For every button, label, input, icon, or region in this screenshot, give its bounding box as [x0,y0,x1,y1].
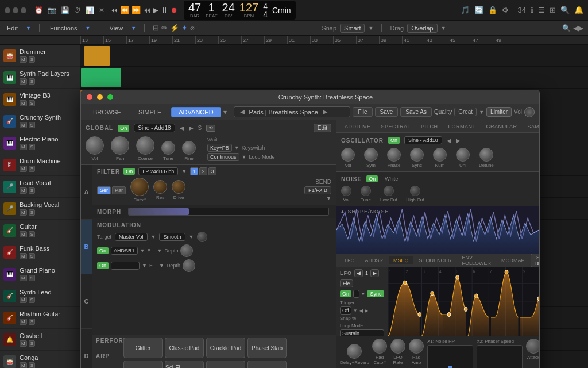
mute-btn[interactable]: M [20,362,27,368]
solo-btn[interactable]: S [29,166,35,172]
filter-num-1[interactable]: 1 [190,167,198,175]
pad-sci-fi-shudder[interactable]: Sci-Fi Shudder [165,361,204,368]
notif-icon[interactable]: 🔔 [574,6,583,14]
perform-knob-dial[interactable] [372,339,387,354]
lfo-file-btn[interactable]: Fie [340,279,353,288]
lfo-cycle-next[interactable]: ▶ [370,269,379,277]
mod2-source-dropdown[interactable] [111,262,140,270]
additive-tab-pitch[interactable]: PITCH [416,122,443,131]
pad-horses-in-rain[interactable]: Horses in Rain [206,361,245,368]
solo-btn[interactable]: S [29,297,35,303]
tool-icon-1[interactable]: ⊞ [153,24,159,32]
coarse-knob[interactable] [136,136,154,155]
section-d[interactable]: D [81,329,92,368]
menu-icon[interactable]: ☰ [538,6,545,14]
save-button[interactable]: Save [375,107,399,117]
smooth-knob[interactable] [197,232,207,242]
sidebar-track-guitar[interactable]: 🎸 Guitar M S [0,220,80,241]
mute-btn[interactable]: M [20,100,27,106]
next-icon[interactable]: ⏩ [131,6,141,14]
metronome-icon[interactable]: 🎵 [461,6,470,14]
osc-uni-knob[interactable] [456,148,470,162]
edit-button[interactable]: Edit [314,124,331,132]
env-tab-mseq[interactable]: MSEQ [389,256,413,264]
mute-btn[interactable]: M [20,340,27,347]
pause-icon[interactable]: ⏸ [161,6,168,14]
solo-btn[interactable]: S [29,362,35,368]
file-button[interactable]: File [353,107,372,117]
mod1-on-btn[interactable]: On [97,247,109,254]
win-btn-1[interactable] [5,7,10,13]
mod2-mini-arrow[interactable]: ▼ [159,263,164,269]
mod2-depth-knob[interactable] [183,259,195,272]
preset-arrow-left[interactable]: ▾ [223,108,227,116]
osc-prev-arrow[interactable]: ◀ [180,125,184,131]
release-knob-dial[interactable] [526,339,539,354]
limiter-button[interactable]: Limiter [486,107,512,117]
mute-btn[interactable]: M [20,209,27,216]
solo-btn[interactable]: S [29,209,35,216]
ser-btn[interactable]: Ser [97,186,111,194]
filter-num-2[interactable]: 2 [199,167,207,175]
sidebar-track-funk-bass[interactable]: 🎸 Funk Bass M S [0,241,80,263]
osc-on-btn[interactable]: On [388,137,400,144]
track-block[interactable] [81,68,121,87]
lock-icon[interactable]: 🔒 [488,6,497,14]
lfo-loop-dropdown[interactable]: Sustain [340,329,384,336]
sidebar-track-grand-piano[interactable]: 🎹 Grand Piano M S [0,263,80,285]
solo-btn[interactable]: S [29,340,35,347]
env-tab-env-follower[interactable]: ENV FOLLOWER [458,254,496,267]
solo-btn[interactable]: S [29,319,35,325]
mod2-on-btn[interactable]: On [97,262,109,269]
env-tab-lfo[interactable]: LFO [340,256,359,264]
sidebar-track-drummer[interactable]: 🥁 Drummer M S [0,45,80,67]
tool-icon-4[interactable]: ✦ [181,24,188,32]
settings-icon[interactable]: ⚙ [502,6,509,14]
cutoff-knob[interactable] [130,178,149,196]
fx-route-dropdown[interactable]: F1/FX B [304,186,331,194]
perform-knob-dial[interactable] [409,339,424,354]
play-icon[interactable]: ▶ [153,6,158,14]
global-on-btn[interactable]: On [118,125,129,132]
section-b[interactable]: B [81,220,92,274]
pad-phasel-stab[interactable]: Phasel Stab [247,338,287,358]
additive-tab-granular[interactable]: GRANULAR [482,122,522,131]
solo-btn[interactable]: S [29,100,35,106]
browse-tab[interactable]: BROWSE [86,107,129,117]
skip-back-icon[interactable]: ⏮ [143,6,150,14]
additive-tab-formant[interactable]: FORMANT [444,122,481,131]
drive-knob[interactable] [172,180,185,194]
sidebar-track-drum-machine[interactable]: 🎛 Drum Machine M S [0,154,80,176]
lfo-snap-prev[interactable]: ◀ [359,308,363,313]
perform-knob-dial[interactable] [347,344,362,359]
close-button[interactable] [87,94,92,100]
noise-tune-knob[interactable] [361,186,371,196]
target-dropdown[interactable]: Master Vol [115,233,148,241]
tool-icon-3[interactable]: ⚡ [170,24,179,32]
sidebar-track-backing-vocal[interactable]: 🎤 Backing Vocal M S [0,198,80,220]
advanced-tab[interactable]: ADVANCED [171,107,220,117]
mute-btn[interactable]: M [20,144,27,150]
osc-phase-knob[interactable] [387,148,401,162]
tool-icon-5[interactable]: ⌀ [190,24,195,32]
loop-mode-dropdown[interactable]: Continuous [207,153,239,161]
sidebar-track-electric-piano[interactable]: 🎹 Electric Piano M S [0,132,80,154]
lfo-rate-dropdown[interactable] [353,290,359,298]
mute-btn[interactable]: M [20,78,27,85]
keypb-dropdown[interactable]: Key+PB [207,144,232,152]
lfo-cycle-prev[interactable]: ◀ [354,269,363,277]
sidebar-track-cowbell[interactable]: 🔔 Cowbell M S [0,329,80,351]
solo-btn[interactable]: S [29,78,35,85]
smooth-dropdown[interactable]: Smooth [159,233,185,241]
filter-on-btn[interactable]: On [123,168,135,175]
solo-btn[interactable]: S [29,56,35,63]
par-btn[interactable]: Par [112,186,126,194]
expand-icon[interactable]: ⊞ [550,6,556,14]
functions-menu[interactable]: Functions [48,24,80,32]
pad-glitter[interactable]: Glitter [123,338,163,358]
drag-value[interactable]: Overlap [407,24,438,33]
lfo-snap-next[interactable]: ▶ [365,308,368,313]
additive-tab-additive[interactable]: ADDITIVE [340,122,376,131]
osc-loop-icon[interactable]: ⟲ [206,125,215,132]
zoom-icon[interactable]: 🔍 [562,24,571,32]
